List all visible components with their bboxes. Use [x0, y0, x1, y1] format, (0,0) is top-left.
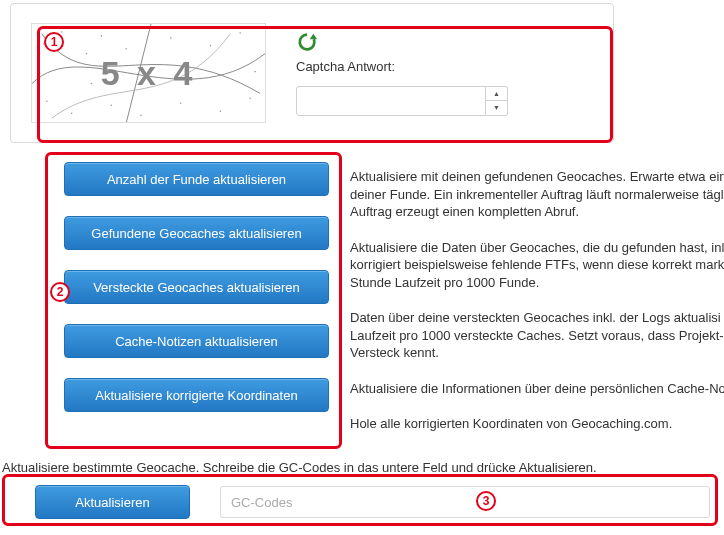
gc-codes-intro: Aktualisiere bestimmte Geocache. Schreib…	[2, 460, 597, 475]
update-hidden-geocaches-button[interactable]: Versteckte Geocaches aktualisieren	[64, 270, 329, 304]
refresh-icon[interactable]	[296, 31, 318, 53]
gc-update-button[interactable]: Aktualisieren	[35, 485, 190, 519]
gc-codes-input[interactable]	[220, 486, 710, 518]
svg-point-3	[101, 35, 103, 37]
svg-point-10	[111, 105, 113, 107]
captcha-panel: 5 x 4 Captcha Antwort: ▲ ▼	[10, 3, 614, 143]
annotation-3: 3	[476, 491, 496, 511]
update-buttons-column: Anzahl der Funde aktualisieren Gefundene…	[64, 162, 329, 412]
svg-point-1	[61, 31, 63, 33]
svg-point-5	[170, 37, 172, 39]
update-found-geocaches-button[interactable]: Gefundene Geocaches aktualisieren	[64, 216, 329, 250]
spinner-up-icon[interactable]: ▲	[486, 87, 507, 102]
captcha-challenge-text: 5 x 4	[101, 54, 197, 93]
captcha-label: Captcha Antwort:	[296, 59, 593, 74]
svg-point-4	[125, 48, 127, 50]
desc-found-geocaches: Aktualisiere die Daten über Geocaches, d…	[350, 239, 724, 292]
svg-point-12	[180, 103, 182, 105]
svg-point-7	[239, 32, 241, 34]
svg-point-18	[200, 78, 202, 80]
svg-point-6	[210, 45, 212, 47]
svg-marker-19	[310, 33, 317, 39]
annotation-1: 1	[44, 32, 64, 52]
captcha-input[interactable]	[296, 86, 486, 116]
captcha-image: 5 x 4	[31, 23, 266, 123]
desc-hidden-geocaches: Daten über deine versteckten Geocaches i…	[350, 309, 724, 362]
svg-point-11	[140, 114, 142, 116]
svg-point-16	[254, 71, 256, 73]
svg-point-8	[46, 101, 48, 103]
svg-point-15	[39, 73, 41, 75]
svg-point-14	[249, 98, 251, 100]
update-corrected-coords-button[interactable]: Aktualisiere korrigierte Koordinaten	[64, 378, 329, 412]
update-find-count-button[interactable]: Anzahl der Funde aktualisieren	[64, 162, 329, 196]
spinner-down-icon[interactable]: ▼	[486, 101, 507, 115]
svg-point-2	[86, 53, 88, 55]
desc-find-count: Aktualisiere mit deinen gefundenen Geoca…	[350, 168, 724, 221]
desc-corrected-coords: Hole alle korrigierten Koordinaten von G…	[350, 415, 724, 433]
captcha-spinner[interactable]: ▲ ▼	[486, 86, 508, 116]
svg-point-9	[71, 112, 73, 114]
svg-point-17	[91, 83, 93, 85]
annotation-2: 2	[50, 282, 70, 302]
descriptions-column: Aktualisiere mit deinen gefundenen Geoca…	[350, 168, 724, 433]
desc-cache-notes: Aktualisiere die Informationen über dein…	[350, 380, 724, 398]
svg-point-13	[220, 110, 222, 112]
update-cache-notes-button[interactable]: Cache-Notizen aktualisieren	[64, 324, 329, 358]
